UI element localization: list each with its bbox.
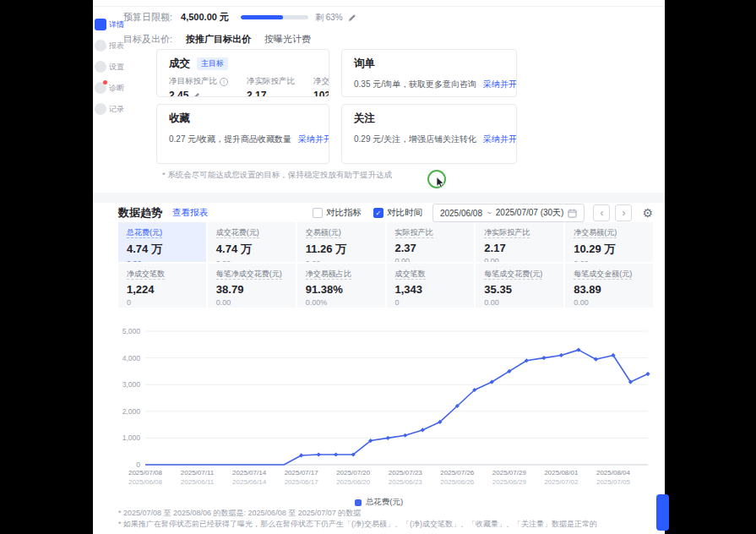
- date-range-picker[interactable]: 2025/06/08 ~ 2025/07/07 (30天): [432, 204, 585, 222]
- anchor-nav-item-2[interactable]: 报表: [95, 40, 125, 52]
- metric-value: 11.26 万: [306, 242, 377, 257]
- metric-label: 实际投产比: [395, 227, 466, 238]
- date-start: 2025/06/08: [440, 209, 482, 218]
- goal-card-favorite: 收藏 0.27 元/收藏，提升商品收藏数量采纳并开启: [156, 104, 329, 164]
- metric-card-r1-c1[interactable]: 总花费(元)4.74 万0.00: [118, 222, 206, 262]
- svg-text:2025/07/17: 2025/07/17: [285, 469, 319, 477]
- top-divider: [93, 6, 665, 7]
- legend-swatch: [355, 499, 362, 506]
- adopt-enable-link[interactable]: 采纳并开启: [483, 134, 517, 144]
- metric-compare-value: 0.00: [484, 257, 555, 262]
- edit-roi-icon[interactable]: [193, 92, 200, 98]
- metric-compare-value: 0.00: [127, 259, 198, 262]
- metric-card-r1-c2[interactable]: 成交花费(元)4.74 万0.00: [208, 222, 296, 262]
- metric-value: 1,343: [395, 283, 466, 296]
- budget-value: 4,500.00 元: [181, 11, 229, 24]
- metric-card-r2-c4[interactable]: 成交笔数1,3430: [387, 264, 475, 308]
- metric-value: 91.38%: [306, 283, 377, 296]
- metric-value: 10.29 万: [574, 242, 645, 257]
- section-icon: [95, 61, 106, 73]
- info-icon[interactable]: i: [220, 78, 228, 86]
- chart-legend: 总花费(元): [93, 497, 665, 508]
- goal-cards-grid: 成交 主目标 净目标投产比i 2.45 净实际投产比 2.17: [156, 49, 517, 164]
- compare-metric-checkbox[interactable]: 对比指标: [313, 207, 362, 219]
- metric-card-r1-c4[interactable]: 实际投产比2.370.00: [387, 222, 475, 262]
- svg-text:2025/08/01: 2025/08/01: [544, 469, 579, 477]
- edit-budget-icon[interactable]: [348, 14, 356, 22]
- svg-text:2025/07/20: 2025/07/20: [336, 469, 371, 477]
- svg-text:3,000: 3,000: [122, 380, 141, 389]
- metric-card-r1-c5[interactable]: 净实际投产比2.170.00: [476, 222, 563, 262]
- svg-text:2025/07/14: 2025/07/14: [232, 469, 267, 477]
- metric-label: 净交易额(元): [574, 227, 645, 238]
- tab-bid-by-exposure[interactable]: 按曝光计费: [264, 33, 311, 46]
- card-desc-text: 0.35 元/询单，获取更多意向咨询: [354, 79, 476, 89]
- anchor-nav-item-3[interactable]: 设置: [95, 61, 125, 73]
- metric-value: 2.17: [484, 242, 555, 254]
- metric-card-r2-c5[interactable]: 每笔成交花费(元)35.350.00: [476, 264, 563, 308]
- metric-compare-value: 0.00: [216, 259, 287, 262]
- svg-text:2025/06/17: 2025/06/17: [285, 478, 319, 486]
- metric-label: 每笔成交花费(元): [484, 269, 555, 280]
- metric-compare-value: 0.00: [395, 257, 466, 262]
- anchor-nav: 详情报表设置诊断记录: [95, 19, 125, 115]
- metric-value: 2.37: [395, 242, 466, 254]
- metric-card-r2-c3[interactable]: 净交易额占比91.38%0.00%: [297, 264, 385, 308]
- svg-text:2025/07/11: 2025/07/11: [181, 469, 215, 477]
- metric-value: 1,224: [127, 283, 198, 296]
- metric-label: 净实际投产比: [247, 76, 295, 87]
- metric-label: 每笔成交金额(元): [574, 269, 645, 280]
- section-label: 诊断: [109, 83, 124, 94]
- metric-value: 4.74 万: [127, 242, 198, 257]
- next-period-button[interactable]: ›: [615, 204, 632, 221]
- footnote: * 2025/07/08 至 2025/08/06 的数据是: 2025/06/…: [118, 508, 597, 519]
- metric-summary-grid: 总花费(元)4.74 万0.00成交花费(元)4.74 万0.00交易额(元)1…: [118, 222, 653, 308]
- metric-card-r1-c6[interactable]: 净交易额(元)10.29 万0.00: [565, 222, 653, 262]
- card-desc-text: 0.27 元/收藏，提升商品收藏数量: [169, 134, 291, 144]
- checkbox[interactable]: ✓: [373, 208, 383, 218]
- legend-label: 总花费(元): [366, 497, 403, 508]
- compare-time-checkbox[interactable]: ✓ 对比时间: [373, 207, 422, 219]
- metric-card-r2-c2[interactable]: 每笔净成交花费(元)38.790.00: [208, 264, 296, 308]
- metric-value: 2.17: [247, 90, 295, 97]
- anchor-nav-item-1[interactable]: 详情: [95, 19, 125, 30]
- metric-card-r2-c1[interactable]: 净成交笔数1,2240: [118, 264, 206, 308]
- anchor-nav-item-5[interactable]: 记录: [95, 103, 125, 115]
- metric-compare-value: 0.00: [574, 298, 645, 307]
- adopt-enable-link[interactable]: 采纳并开启: [298, 134, 329, 144]
- floating-action-button[interactable]: [656, 494, 669, 531]
- metric-card-r1-c3[interactable]: 交易额(元)11.26 万0.00: [297, 222, 385, 262]
- metric-compare-value: 0.00: [306, 259, 377, 262]
- card-title: 询单: [354, 57, 375, 71]
- svg-text:2025/06/20: 2025/06/20: [336, 478, 371, 486]
- svg-text:2025/07/23: 2025/07/23: [389, 469, 423, 477]
- metric-label: 成交笔数: [395, 269, 466, 280]
- checkbox[interactable]: [313, 208, 323, 218]
- goal-bidding-label: 目标及出价:: [123, 33, 172, 46]
- view-report-link[interactable]: 查看报表: [172, 207, 208, 219]
- goal-card-inquiry: 询单 0.35 元/询单，获取更多意向咨询采纳并开启: [341, 49, 517, 97]
- metric-compare-value: 0.00: [484, 298, 555, 307]
- date-end: 2025/07/07 (30天): [496, 207, 564, 219]
- svg-text:2025/06/29: 2025/06/29: [492, 478, 527, 486]
- adopt-enable-link[interactable]: 采纳并开启: [483, 79, 517, 89]
- chart-footnotes: * 2025/07/08 至 2025/08/06 的数据是: 2025/06/…: [118, 508, 597, 530]
- settings-gear-icon[interactable]: ⚙: [642, 207, 653, 219]
- metric-card-r2-c6[interactable]: 每笔成交金额(元)83.890.00: [565, 264, 653, 308]
- section-title: 数据趋势: [118, 205, 162, 221]
- metric-value: 2.45: [169, 90, 188, 97]
- trend-line-chart: 01,0002,0003,0004,0005,0002025/07/082025…: [111, 318, 656, 497]
- tab-bid-by-goal[interactable]: 按推广目标出价: [186, 33, 251, 46]
- budget-progress-bar: [241, 15, 308, 19]
- svg-text:2025/07/05: 2025/07/05: [596, 478, 631, 486]
- anchor-nav-item-4[interactable]: 诊断: [95, 82, 125, 94]
- section-icon: [95, 19, 106, 30]
- svg-text:0: 0: [136, 460, 140, 469]
- metric-label: 净目标投产比: [169, 76, 217, 87]
- mouse-cursor-icon: [436, 177, 445, 188]
- section-icon: [95, 40, 106, 52]
- prev-period-button[interactable]: ‹: [593, 204, 610, 221]
- metric-value: 4.74 万: [216, 242, 287, 257]
- metric-label: 每笔净成交花费(元): [216, 269, 287, 280]
- metric-compare-value: 0.00%: [306, 298, 377, 307]
